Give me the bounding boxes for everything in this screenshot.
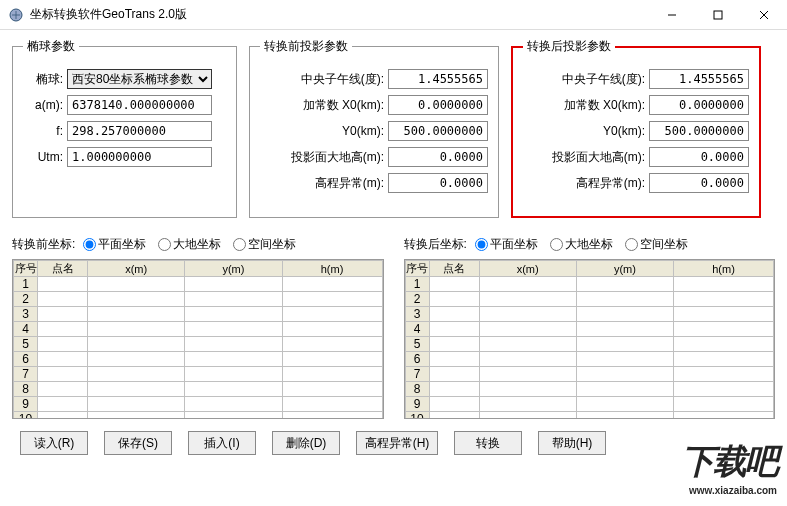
table-row[interactable]: 8: [405, 382, 774, 397]
before-table-wrap[interactable]: 序号 点名 x(m) y(m) h(m) 12345678910: [12, 259, 384, 419]
table-row[interactable]: 7: [14, 367, 383, 382]
before-radio-geo[interactable]: 大地坐标: [158, 236, 221, 253]
close-button[interactable]: [741, 0, 787, 30]
read-button[interactable]: 读入(R): [20, 431, 88, 455]
meridian-before-input[interactable]: [388, 69, 488, 89]
y0-after-input[interactable]: [649, 121, 749, 141]
y0-before-label: Y0(km):: [342, 124, 384, 138]
geoh-after-input[interactable]: [649, 147, 749, 167]
row-seq: 8: [14, 382, 38, 397]
geoh-before-input[interactable]: [388, 147, 488, 167]
x0-before-label: 加常数 X0(km):: [303, 97, 384, 114]
proj-after-group: 转换后投影参数 中央子午线(度): 加常数 X0(km): Y0(km): 投影…: [511, 38, 761, 218]
table-row[interactable]: 7: [405, 367, 774, 382]
ellipsoid-label: 椭球:: [23, 71, 63, 88]
table-row[interactable]: 5: [14, 337, 383, 352]
col-y: y(m): [576, 261, 673, 277]
table-row[interactable]: 2: [405, 292, 774, 307]
before-coord-type-row: 转换前坐标: 平面坐标 大地坐标 空间坐标: [12, 236, 384, 253]
proj-after-legend: 转换后投影参数: [523, 38, 615, 55]
table-row[interactable]: 8: [14, 382, 383, 397]
x0-before-input[interactable]: [388, 95, 488, 115]
table-row[interactable]: 9: [14, 397, 383, 412]
before-radio-space[interactable]: 空间坐标: [233, 236, 296, 253]
y0-after-label: Y0(km):: [603, 124, 645, 138]
row-seq: 1: [405, 277, 429, 292]
utm-label: Utm:: [23, 150, 63, 164]
row-seq: 10: [405, 412, 429, 420]
meridian-after-input[interactable]: [649, 69, 749, 89]
after-coord-type-row: 转换后坐标: 平面坐标 大地坐标 空间坐标: [404, 236, 776, 253]
table-row[interactable]: 3: [405, 307, 774, 322]
row-seq: 5: [14, 337, 38, 352]
before-table: 序号 点名 x(m) y(m) h(m) 12345678910: [13, 260, 383, 419]
convert-button[interactable]: 转换: [454, 431, 522, 455]
col-y: y(m): [185, 261, 282, 277]
after-radio-plane[interactable]: 平面坐标: [475, 236, 538, 253]
maximize-button[interactable]: [695, 0, 741, 30]
geoh-before-label: 投影面大地高(m):: [291, 149, 384, 166]
row-seq: 3: [405, 307, 429, 322]
row-seq: 10: [14, 412, 38, 420]
after-radio-geo[interactable]: 大地坐标: [550, 236, 613, 253]
anomaly-button[interactable]: 高程异常(H): [356, 431, 438, 455]
ellipsoid-select[interactable]: 西安80坐标系椭球参数: [67, 69, 212, 89]
y0-before-input[interactable]: [388, 121, 488, 141]
svg-rect-2: [714, 11, 722, 19]
table-row[interactable]: 4: [405, 322, 774, 337]
button-row: 读入(R) 保存(S) 插入(I) 删除(D) 高程异常(H) 转换 帮助(H): [12, 431, 775, 455]
window-title: 坐标转换软件GeoTrans 2.0版: [30, 6, 649, 23]
table-row[interactable]: 10: [14, 412, 383, 420]
row-seq: 4: [405, 322, 429, 337]
col-x: x(m): [88, 261, 185, 277]
help-button[interactable]: 帮助(H): [538, 431, 606, 455]
row-seq: 9: [405, 397, 429, 412]
anom-after-input[interactable]: [649, 173, 749, 193]
row-seq: 2: [14, 292, 38, 307]
table-row[interactable]: 9: [405, 397, 774, 412]
after-radio-space[interactable]: 空间坐标: [625, 236, 688, 253]
x0-after-input[interactable]: [649, 95, 749, 115]
table-row[interactable]: 2: [14, 292, 383, 307]
before-coord-label: 转换前坐标:: [12, 236, 75, 253]
meridian-after-label: 中央子午线(度):: [562, 71, 645, 88]
row-seq: 3: [14, 307, 38, 322]
ellipsoid-legend: 椭球参数: [23, 38, 79, 55]
row-seq: 7: [405, 367, 429, 382]
meridian-before-label: 中央子午线(度):: [301, 71, 384, 88]
table-row[interactable]: 4: [14, 322, 383, 337]
proj-before-legend: 转换前投影参数: [260, 38, 352, 55]
insert-button[interactable]: 插入(I): [188, 431, 256, 455]
after-coord-label: 转换后坐标:: [404, 236, 467, 253]
anom-before-label: 高程异常(m):: [315, 175, 384, 192]
row-seq: 5: [405, 337, 429, 352]
table-row[interactable]: 6: [14, 352, 383, 367]
col-x: x(m): [479, 261, 576, 277]
a-input[interactable]: [67, 95, 212, 115]
table-row[interactable]: 1: [14, 277, 383, 292]
anom-before-input[interactable]: [388, 173, 488, 193]
table-row[interactable]: 5: [405, 337, 774, 352]
delete-button[interactable]: 删除(D): [272, 431, 340, 455]
utm-input[interactable]: [67, 147, 212, 167]
row-seq: 8: [405, 382, 429, 397]
col-h: h(m): [282, 261, 382, 277]
col-seq: 序号: [405, 261, 429, 277]
f-input[interactable]: [67, 121, 212, 141]
after-table-wrap[interactable]: 序号 点名 x(m) y(m) h(m) 12345678910: [404, 259, 776, 419]
col-name: 点名: [38, 261, 88, 277]
geoh-after-label: 投影面大地高(m):: [552, 149, 645, 166]
col-seq: 序号: [14, 261, 38, 277]
table-row[interactable]: 6: [405, 352, 774, 367]
anom-after-label: 高程异常(m):: [576, 175, 645, 192]
table-row[interactable]: 3: [14, 307, 383, 322]
save-button[interactable]: 保存(S): [104, 431, 172, 455]
minimize-button[interactable]: [649, 0, 695, 30]
before-radio-plane[interactable]: 平面坐标: [83, 236, 146, 253]
col-name: 点名: [429, 261, 479, 277]
row-seq: 9: [14, 397, 38, 412]
table-row[interactable]: 1: [405, 277, 774, 292]
titlebar: 坐标转换软件GeoTrans 2.0版: [0, 0, 787, 30]
row-seq: 7: [14, 367, 38, 382]
table-row[interactable]: 10: [405, 412, 774, 420]
